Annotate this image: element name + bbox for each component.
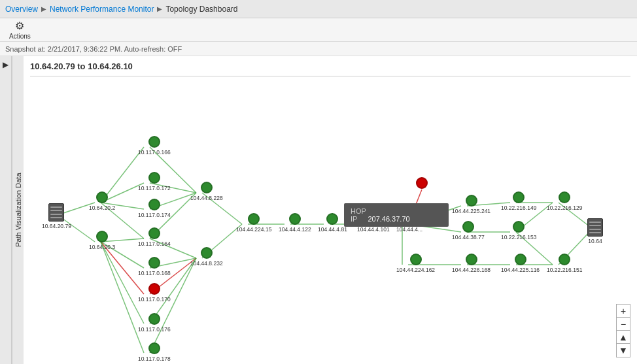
node-n18[interactable]: 104.44.224.162 [396, 254, 435, 273]
node-n21-label: 104.44.38.77 [452, 234, 485, 240]
node-dest-label: 10.64 [588, 238, 602, 244]
node-n9[interactable]: 10.117.0.176 [138, 313, 171, 333]
node-n23-label: 10.22.216.149 [501, 205, 536, 211]
node-n5-circle [148, 199, 160, 210]
node-n22-circle [466, 254, 477, 265]
node-n4[interactable]: 10.117.0.172 [138, 172, 171, 191]
node-n14[interactable]: 104.44.4.122 [279, 213, 311, 233]
node-n19[interactable] [416, 177, 428, 189]
breadcrumb-current: Topology Dashboard [165, 5, 237, 14]
node-n11-circle [201, 182, 213, 193]
node-n21[interactable]: 104.44.38.77 [452, 221, 485, 240]
node-n5-label: 10.117.0.174 [138, 212, 171, 218]
side-panel-label[interactable]: Path Visualization Data [12, 56, 24, 364]
node-n9-label: 10.117.0.176 [138, 326, 171, 333]
snapshot-text: Snapshot at: 2/21/2017, 9:36:22 PM. Auto… [5, 45, 182, 53]
node-n20[interactable]: 104.44.225.241 [452, 195, 491, 214]
server-icon-box [48, 203, 64, 222]
node-n25[interactable]: 104.44.225.116 [501, 254, 540, 273]
diagram-panel: 10.64.20.79 to 10.64.26.10 [24, 56, 637, 364]
ip-row: IP 207.46.37.70 [351, 215, 442, 223]
node-n8[interactable]: 10.117.0.170 [138, 283, 171, 303]
node-dest[interactable]: 10.64 [587, 218, 603, 244]
node-n24-label: 10.22.216.153 [501, 234, 536, 240]
node-n24[interactable]: 10.22.216.153 [501, 221, 536, 240]
node-n1-label: 10.64.20.2 [89, 205, 115, 211]
node-n23[interactable]: 10.22.216.149 [501, 191, 536, 211]
node-n25-circle [515, 254, 526, 265]
node-n15[interactable]: 104.44.4.81 [318, 213, 347, 233]
node-n8-label: 10.117.0.170 [138, 296, 171, 303]
zoom-up-button[interactable]: ▲ [617, 331, 630, 344]
actions-icon: ⚙ [15, 20, 24, 32]
node-n5[interactable]: 10.117.0.174 [138, 199, 171, 218]
toolbar: ⚙ Actions [0, 18, 637, 42]
node-n13-circle [248, 213, 260, 225]
node-n17-label: 104.44.4... [396, 226, 422, 233]
node-n10-circle [148, 342, 160, 354]
node-n3-label: 10.117.0.166 [138, 149, 171, 156]
node-n21-circle [462, 221, 474, 233]
node-n23-circle [513, 191, 525, 203]
node-n24-circle [513, 221, 525, 233]
node-n9-circle [148, 313, 160, 325]
node-n16-label: 104.44.4.101 [357, 226, 390, 233]
node-n22[interactable]: 104.44.226.168 [452, 254, 491, 273]
ip-label: IP [351, 215, 357, 223]
actions-label: Actions [9, 33, 31, 40]
route-divider [30, 76, 630, 76]
node-n7-circle [148, 257, 160, 269]
node-n6-circle [148, 227, 160, 239]
node-n10[interactable]: 10.117.0.178 [138, 342, 171, 362]
node-n26-circle [559, 191, 570, 203]
node-n14-circle [289, 213, 301, 225]
hop-row: HOP [351, 207, 442, 215]
hop-tooltip: HOP IP 207.46.37.70 [344, 203, 449, 227]
node-n13-label: 104.44.224.15 [236, 226, 271, 233]
node-n11[interactable]: 104.44.8.228 [190, 182, 223, 201]
node-n14-label: 104.44.4.122 [279, 226, 311, 233]
node-n6[interactable]: 10.117.0.164 [138, 227, 171, 247]
node-n18-circle [410, 254, 422, 265]
node-n10-label: 10.117.0.178 [138, 356, 171, 362]
node-n3-circle [148, 136, 160, 148]
node-n12[interactable]: 104.44.8.232 [190, 247, 223, 267]
network-edges [24, 56, 637, 364]
actions-button[interactable]: ⚙ Actions [5, 18, 35, 41]
node-n1[interactable]: 10.64.20.2 [89, 191, 115, 211]
breadcrumb-npm[interactable]: Network Performance Monitor [50, 5, 154, 14]
main-content: ▶ Path Visualization Data 10.64.20.79 to… [0, 56, 637, 364]
node-n12-circle [201, 247, 213, 259]
node-n26[interactable]: 10.22.216.129 [547, 191, 582, 211]
node-n22-label: 104.44.226.168 [452, 267, 491, 273]
node-n1-circle [96, 191, 108, 203]
server-dest-icon-box [587, 218, 603, 237]
side-toggle-btn[interactable]: ▶ [0, 56, 12, 364]
zoom-controls: + − ▲ ▼ [616, 304, 630, 357]
node-source-label: 10.64.20.79 [42, 223, 71, 229]
node-n2[interactable]: 10.64.20.3 [89, 231, 115, 250]
node-n4-circle [148, 172, 160, 184]
node-n20-circle [466, 195, 477, 207]
node-n12-label: 104.44.8.232 [190, 260, 223, 267]
node-n4-label: 10.117.0.172 [138, 185, 171, 191]
node-n13[interactable]: 104.44.224.15 [236, 213, 271, 233]
node-n7-label: 10.117.0.168 [138, 270, 171, 276]
node-n3[interactable]: 10.117.0.166 [138, 136, 171, 156]
node-source[interactable]: 10.64.20.79 [42, 203, 71, 229]
zoom-down-button[interactable]: ▼ [617, 344, 630, 357]
breadcrumb-sep-2: ▶ [157, 5, 162, 12]
breadcrumb-sep-1: ▶ [41, 5, 46, 12]
node-n27[interactable]: 10.22.216.151 [547, 254, 582, 273]
node-n26-label: 10.22.216.129 [547, 205, 582, 211]
node-n19-circle [416, 177, 428, 189]
route-title: 10.64.20.79 to 10.64.26.10 [30, 61, 133, 71]
node-n7[interactable]: 10.117.0.168 [138, 257, 171, 276]
zoom-out-button[interactable]: − [617, 318, 630, 331]
snapshot-bar: Snapshot at: 2/21/2017, 9:36:22 PM. Auto… [0, 42, 637, 56]
breadcrumb-overview[interactable]: Overview [5, 5, 38, 14]
node-n25-label: 104.44.225.116 [501, 267, 540, 273]
zoom-in-button[interactable]: + [617, 305, 630, 318]
hop-label: HOP [351, 207, 366, 215]
node-n8-circle [148, 283, 160, 295]
